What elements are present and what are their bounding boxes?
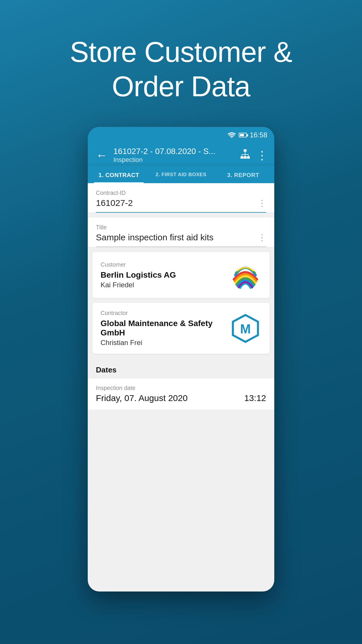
- toolbar-actions: ⋮: [240, 148, 267, 162]
- status-bar: 16:58: [88, 127, 274, 142]
- contract-id-value-row: 161027-2 ⋮: [96, 198, 266, 213]
- status-icons: 16:58: [228, 131, 267, 139]
- tab-contract[interactable]: 1. CONTRACT: [88, 166, 150, 183]
- inspection-date-row: Friday, 07. August 2020 13:12: [96, 393, 266, 403]
- title-field: Title Sample inspection first aid kits ⋮: [88, 218, 274, 247]
- contractor-logo-svg: M: [231, 314, 260, 343]
- toolbar-subtitle: Inspection: [113, 156, 235, 164]
- battery-icon: [239, 133, 247, 137]
- customer-logo-svg: [229, 259, 261, 291]
- title-value: Sample inspection first aid kits: [96, 232, 214, 242]
- contract-id-value: 161027-2: [96, 198, 133, 208]
- spacer-1: [88, 213, 274, 218]
- tab-firstaid[interactable]: 2. FIRST AID BOXES: [150, 166, 212, 183]
- contractor-company: Global Maintenance & Safety GmbH: [101, 319, 229, 337]
- content-area: Contract-ID 161027-2 ⋮ Title Sample insp…: [88, 183, 274, 592]
- svg-point-0: [231, 137, 232, 138]
- customer-company: Berlin Logistics AG: [101, 270, 229, 280]
- customer-info: Customer Berlin Logistics AG Kai Friedel: [101, 261, 229, 289]
- title-more-icon[interactable]: ⋮: [258, 233, 266, 242]
- contractor-info: Contractor Global Maintenance & Safety G…: [101, 310, 229, 347]
- svg-rect-1: [244, 149, 247, 152]
- svg-rect-3: [244, 156, 247, 159]
- contract-id-field: Contract-ID 161027-2 ⋮: [88, 183, 274, 213]
- wifi-icon: [228, 132, 236, 138]
- inspection-date-value: Friday, 07. August 2020: [96, 393, 188, 403]
- toolbar-title: 161027-2 - 07.08.2020 - S...: [113, 147, 235, 156]
- tabs-bar: 1. CONTRACT 2. FIRST AID BOXES 3. REPORT: [88, 166, 274, 183]
- title-label: Title: [96, 224, 266, 231]
- title-value-row: Sample inspection first aid kits ⋮: [96, 232, 266, 247]
- app-toolbar: ← 161027-2 - 07.08.2020 - S... Inspectio…: [88, 142, 274, 164]
- status-time: 16:58: [250, 131, 267, 139]
- contractor-label: Contractor: [101, 310, 229, 316]
- dates-section-title: Dates: [96, 365, 266, 374]
- inspection-date-field: Inspection date Friday, 07. August 2020 …: [88, 378, 274, 410]
- customer-logo: [229, 259, 261, 291]
- hierarchy-icon[interactable]: [240, 149, 250, 162]
- svg-text:M: M: [240, 322, 251, 336]
- back-button[interactable]: ←: [95, 148, 109, 163]
- contractor-card: Contractor Global Maintenance & Safety G…: [92, 303, 270, 354]
- customer-card: Customer Berlin Logistics AG Kai Friedel: [92, 252, 270, 298]
- contractor-person: Christian Frei: [101, 339, 229, 347]
- phone-mockup: 16:58 ← 161027-2 - 07.08.2020 - S... Ins…: [88, 127, 274, 592]
- svg-rect-2: [240, 156, 243, 159]
- hero-title: Store Customer & Order Data: [47, 35, 316, 104]
- toolbar-title-group: 161027-2 - 07.08.2020 - S... Inspection: [113, 147, 235, 164]
- dates-section-header: Dates: [88, 358, 274, 378]
- contractor-logo: M: [229, 312, 261, 344]
- customer-label: Customer: [101, 261, 229, 268]
- contract-id-label: Contract-ID: [96, 190, 266, 196]
- inspection-date-label: Inspection date: [96, 385, 266, 391]
- tab-report[interactable]: 3. REPORT: [212, 166, 274, 183]
- more-vert-icon[interactable]: ⋮: [256, 148, 267, 162]
- inspection-time-value: 13:12: [244, 393, 266, 403]
- customer-person: Kai Friedel: [101, 281, 229, 289]
- svg-rect-4: [247, 156, 250, 159]
- contract-id-more-icon[interactable]: ⋮: [258, 198, 266, 208]
